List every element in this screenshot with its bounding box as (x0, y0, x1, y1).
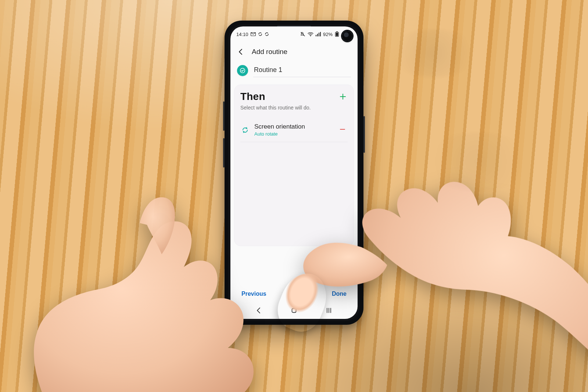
remove-action-button[interactable] (338, 126, 347, 134)
camera-hole-icon (342, 31, 352, 41)
action-item[interactable]: Screen orientation Auto rotate (240, 117, 348, 142)
svg-rect-8 (336, 33, 338, 36)
svg-rect-3 (317, 34, 318, 36)
rotate-icon (241, 126, 249, 134)
svg-rect-2 (316, 35, 316, 36)
status-time: 14:10 (236, 32, 248, 37)
check-icon (240, 68, 245, 73)
section-title: Then (240, 91, 265, 103)
status-bar: 14:10 (230, 26, 358, 42)
routine-name-row (230, 62, 358, 82)
svg-point-1 (310, 36, 311, 36)
mute-icon (300, 32, 305, 37)
minus-icon (340, 126, 345, 132)
back-button[interactable] (236, 47, 246, 57)
app-bar-title: Add routine (252, 48, 287, 56)
plus-icon (339, 93, 347, 100)
previous-button[interactable]: Previous (239, 290, 269, 298)
signal-icon (316, 32, 321, 36)
wifi-icon (308, 32, 313, 36)
action-title: Screen orientation (254, 123, 333, 130)
sync-icon (265, 32, 269, 36)
action-value: Auto rotate (254, 131, 333, 137)
chevron-left-icon (237, 48, 245, 55)
sync-icon (258, 32, 262, 36)
mail-icon (251, 32, 256, 36)
battery-text: 92% (323, 32, 333, 37)
section-subtitle: Select what this routine will do. (240, 105, 348, 111)
svg-rect-7 (336, 32, 338, 32)
screen: 14:10 (230, 26, 358, 319)
svg-rect-5 (320, 32, 321, 36)
nav-back-button[interactable] (252, 303, 266, 318)
app-bar: Add routine (230, 42, 358, 62)
routine-name-input[interactable] (253, 64, 351, 77)
battery-icon (335, 31, 339, 37)
then-panel: Then Select what this routine will do. S… (234, 84, 354, 246)
svg-rect-4 (319, 33, 319, 36)
done-button[interactable]: Done (330, 290, 349, 298)
add-action-button[interactable] (338, 92, 348, 101)
routine-icon-button[interactable] (237, 65, 248, 76)
chevron-left-icon (255, 307, 263, 314)
recents-icon (325, 307, 333, 314)
